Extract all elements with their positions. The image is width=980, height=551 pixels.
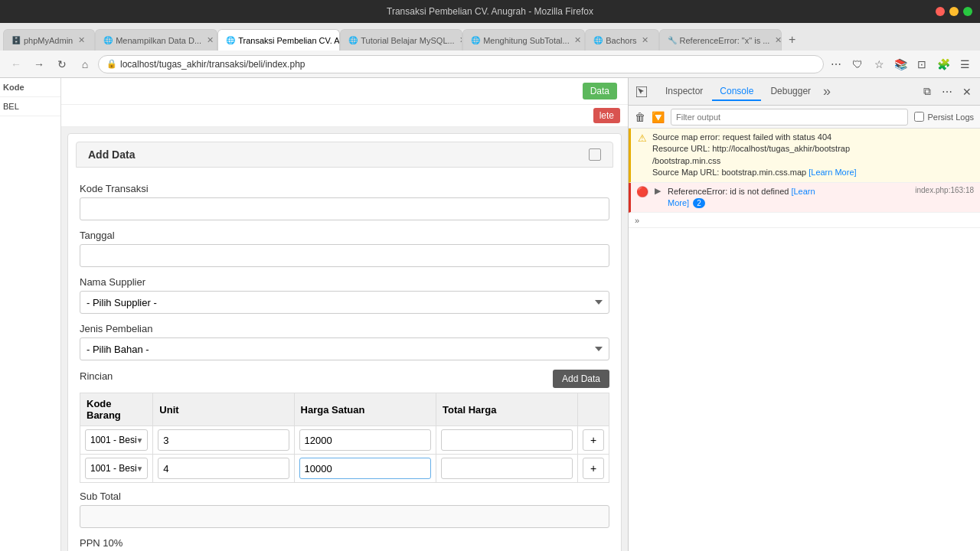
devtools-more-tabs[interactable]: » <box>820 83 834 99</box>
filter-icon[interactable]: 🔽 <box>652 111 665 123</box>
devtools-tab-inspector[interactable]: Inspector <box>658 83 710 101</box>
tab-menghitung[interactable]: 🌐 Menghitung SubTotal... ✕ <box>462 29 585 51</box>
tab-phpmyadmin[interactable]: 🗄️ phpMyAdmin ✕ <box>3 29 95 51</box>
tab-bachors[interactable]: 🌐 Bachors ✕ <box>585 29 658 51</box>
persist-logs-checkbox[interactable] <box>914 112 924 122</box>
ppn-label: PPN 10% <box>80 537 609 549</box>
learn-more-link-error[interactable]: [LearnMore] <box>668 187 815 207</box>
kode-transaksi-input[interactable] <box>80 197 609 220</box>
total-harga-input-1[interactable] <box>441 429 573 451</box>
tanggal-input[interactable] <box>80 244 609 267</box>
bookmark-icon[interactable]: ☆ <box>870 55 888 73</box>
harga-satuan-input-2[interactable] <box>299 458 431 479</box>
total-harga-input-2[interactable] <box>441 458 573 479</box>
nama-supplier-label: Nama Supplier <box>80 276 609 288</box>
ppn-group: PPN 10% <box>80 537 609 549</box>
tab-transaksi[interactable]: 🌐 Transaksi Pembelian CV. A... ✕ <box>217 29 340 51</box>
tab-menampilkan[interactable]: 🌐 Menampilkan Data D... ✕ <box>95 29 217 51</box>
table-cell-total-2 <box>436 455 577 483</box>
sub-total-input[interactable] <box>80 505 609 528</box>
home-button[interactable]: ⌂ <box>75 54 95 74</box>
jenis-pembelian-select[interactable]: - Pilih Bahan - <box>80 337 609 360</box>
devtools-pick-icon[interactable] <box>633 83 650 100</box>
table-cell-kode-barang-2: 1001 - Besi ▼ <box>80 455 153 483</box>
console-entry-warning: ⚠ Source map error: request failed with … <box>629 129 980 183</box>
devtools-body: ⚠ Source map error: request failed with … <box>629 129 980 551</box>
form-title: Add Data <box>88 148 135 161</box>
filter-input[interactable] <box>671 109 908 126</box>
nama-supplier-select[interactable]: - Pilih Supplier - <box>80 291 609 314</box>
devtools-options-icon[interactable]: ⋯ <box>939 83 956 100</box>
kode-transaksi-group: Kode Transaksi <box>80 183 609 220</box>
reload-button[interactable]: ↻ <box>52 54 72 74</box>
persist-logs-text: Persist Logs <box>927 112 974 122</box>
left-row-label: BEL <box>3 102 19 111</box>
forward-button[interactable]: → <box>29 54 49 74</box>
extension-icon[interactable]: 🧩 <box>934 55 952 73</box>
tab-bar: 🗄️ phpMyAdmin ✕ 🌐 Menampilkan Data D... … <box>0 23 980 51</box>
content-area: Data lete Add Data Kod <box>61 78 628 551</box>
sidebar-icon[interactable]: ⊡ <box>913 55 931 73</box>
clear-console-icon[interactable]: 🗑 <box>635 111 645 123</box>
menu-icon[interactable]: ☰ <box>956 55 974 73</box>
tab-close-icon[interactable]: ✕ <box>640 35 651 46</box>
left-row-1: BEL <box>0 97 60 116</box>
tab-label: Transaksi Pembelian CV. A... <box>238 36 340 45</box>
new-tab-button[interactable]: + <box>782 29 803 51</box>
col-header-harga-satuan: Harga Satuan <box>294 393 436 426</box>
devtools-close-icon[interactable]: ✕ <box>959 83 975 100</box>
expand-arrow-icon[interactable]: ▶ <box>652 186 663 197</box>
col-header-kode-barang: Kode Barang <box>80 393 153 426</box>
window-close-btn[interactable] <box>936 7 945 16</box>
library-icon[interactable]: 📚 <box>891 55 910 73</box>
nama-supplier-group: Nama Supplier - Pilih Supplier - <box>80 276 609 314</box>
shield-icon[interactable]: 🛡 <box>848 55 867 73</box>
window-maximize-btn[interactable] <box>963 7 972 16</box>
form-body: Kode Transaksi Tanggal Nama Supplier <box>68 175 621 551</box>
unit-input-1[interactable] <box>158 429 289 451</box>
left-header: Kode <box>0 78 60 97</box>
table-row: 1001 - Besi ▼ <box>80 426 609 455</box>
tab-label: Bachors <box>606 36 636 45</box>
navigation-bar: ← → ↻ ⌂ 🔒 localhost/tugas_akhir/transaks… <box>0 51 980 78</box>
tab-close-icon[interactable]: ✕ <box>573 35 583 46</box>
col-header-total-harga: Total Harga <box>436 393 577 426</box>
back-button[interactable]: ← <box>6 54 26 74</box>
console-entry-error: 🔴 ▶ ReferenceError: id is not defined [L… <box>629 183 980 214</box>
table-cell-action-1: + <box>577 426 609 455</box>
tab-tutorial[interactable]: 🌐 Tutorial Belajar MySQL... ✕ <box>340 29 462 51</box>
persist-logs-label[interactable]: Persist Logs <box>914 112 974 122</box>
rincian-section: Rincian Add Data Kode Barang Unit Harga … <box>80 370 609 483</box>
col-header-action <box>577 393 609 426</box>
kode-barang-select-2[interactable]: 1001 - Besi <box>85 458 148 479</box>
devtools-popout-icon[interactable]: ⧉ <box>919 83 936 100</box>
devtools-tab-console[interactable]: Console <box>712 83 761 101</box>
address-bar[interactable]: 🔒 localhost/tugas_akhir/transaksi/beli/i… <box>98 55 824 73</box>
devtools-tab-debugger[interactable]: Debugger <box>763 83 818 101</box>
data-button[interactable]: Data <box>583 83 617 99</box>
form-close-icon[interactable] <box>589 148 601 161</box>
rincian-label: Rincian <box>80 370 113 382</box>
harga-satuan-input-1[interactable] <box>299 429 431 451</box>
add-row-button-2[interactable]: + <box>583 458 604 479</box>
add-row-button-1[interactable]: + <box>583 429 604 451</box>
error-message: ReferenceError: id is not defined [Learn… <box>668 186 910 210</box>
tab-reference[interactable]: 🔧 ReferenceError: "x" is ... ✕ <box>659 29 782 51</box>
table-cell-total-1 <box>436 426 577 455</box>
tab-close-icon[interactable]: ✕ <box>773 35 781 46</box>
table-cell-unit-2 <box>153 455 294 483</box>
tab-close-icon[interactable]: ✕ <box>204 35 215 46</box>
learn-more-link-warning[interactable]: [Learn More] <box>808 168 856 177</box>
unit-input-2[interactable] <box>158 458 289 479</box>
devtools-toolbar: 🗑 🔽 Persist Logs <box>629 106 980 129</box>
kode-transaksi-label: Kode Transaksi <box>80 183 609 194</box>
add-data-button[interactable]: Add Data <box>553 370 609 388</box>
kode-barang-select-1[interactable]: 1001 - Besi <box>85 429 148 451</box>
more-options-icon[interactable]: ⋯ <box>827 55 845 73</box>
window-minimize-btn[interactable] <box>949 7 959 16</box>
collapse-arrow-icon[interactable]: » <box>635 216 639 225</box>
tab-close-icon[interactable]: ✕ <box>76 35 87 46</box>
form-header: Add Data <box>76 142 613 168</box>
tab-label: Menghitung SubTotal... <box>483 36 570 45</box>
delete-button-bg[interactable]: lete <box>593 108 620 123</box>
